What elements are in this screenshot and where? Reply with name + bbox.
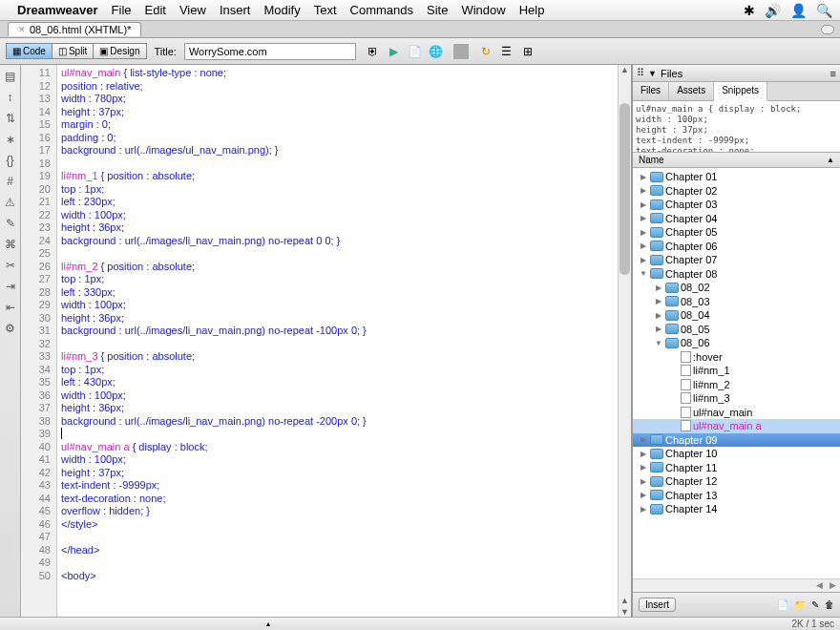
- disclosure-icon[interactable]: ▶: [654, 297, 663, 305]
- panel-menu-icon[interactable]: ≡: [830, 68, 836, 79]
- tree-header[interactable]: Name ▲: [633, 153, 840, 168]
- insert-button[interactable]: Insert: [639, 598, 676, 612]
- document-tab[interactable]: ✕ 08_06.html (XHTML)*: [8, 22, 141, 36]
- delete-snippet-icon[interactable]: 🗑: [825, 599, 834, 610]
- tree-folder-chapter-10[interactable]: ▶ Chapter 10: [633, 447, 840, 461]
- tab-overflow-icon[interactable]: [821, 25, 834, 34]
- format-code-icon[interactable]: ⚙: [3, 321, 18, 336]
- outdent-icon[interactable]: ⇤: [3, 300, 18, 315]
- menu-file[interactable]: File: [112, 3, 132, 17]
- tree-folder-08_04[interactable]: ▶ 08_04: [633, 308, 840, 323]
- scrollbar-thumb[interactable]: [620, 103, 630, 275]
- recent-snippets-icon[interactable]: ✂: [3, 258, 18, 273]
- snippet-tree[interactable]: ▶ Chapter 01▶ Chapter 02▶ Chapter 03▶ Ch…: [633, 168, 840, 578]
- tab-snippets[interactable]: Snippets: [714, 82, 767, 101]
- panel-horizontal-scrollbar[interactable]: ◀ ▶: [633, 578, 840, 592]
- disclosure-icon[interactable]: ▶: [639, 435, 648, 444]
- disclosure-icon[interactable]: ▶: [639, 200, 648, 209]
- tree-folder-08_03[interactable]: ▶ 08_03: [633, 295, 840, 309]
- disclosure-icon[interactable]: ▶: [639, 491, 648, 499]
- scroll-up-icon[interactable]: ▲: [619, 65, 631, 74]
- app-name[interactable]: Dreamweaver: [17, 3, 98, 17]
- scroll-down-icon[interactable]: ▲: [619, 596, 631, 605]
- menu-commands[interactable]: Commands: [350, 3, 413, 17]
- disclosure-icon[interactable]: ▶: [639, 214, 648, 222]
- tree-file-li-nm_1[interactable]: li#nm_1: [633, 364, 840, 378]
- browser-check-icon[interactable]: ⛨: [366, 44, 381, 59]
- tree-folder-chapter-12[interactable]: ▶ Chapter 12: [633, 474, 840, 489]
- tree-folder-chapter-05[interactable]: ▶ Chapter 05: [633, 225, 840, 240]
- volume-icon[interactable]: 🔊: [765, 3, 781, 18]
- disclosure-icon[interactable]: ▶: [654, 325, 663, 333]
- expand-icon[interactable]: ⇅: [3, 111, 18, 126]
- code-editor[interactable]: 1112131415161718192021222324252627282930…: [21, 65, 632, 617]
- close-tab-icon[interactable]: ✕: [18, 25, 26, 34]
- balance-braces-icon[interactable]: {}: [3, 153, 18, 168]
- panel-grip-icon[interactable]: ⠿: [637, 67, 644, 79]
- disclosure-icon[interactable]: ▶: [639, 477, 648, 486]
- scroll-down2-icon[interactable]: ▼: [619, 607, 631, 617]
- disclosure-icon[interactable]: ▶: [639, 242, 648, 250]
- tree-folder-chapter-08[interactable]: ▼ Chapter 08: [633, 267, 840, 282]
- tree-file-ul-nav_main-a[interactable]: ul#nav_main a: [633, 419, 840, 433]
- edit-snippet-icon[interactable]: ✎: [811, 599, 819, 610]
- tree-folder-chapter-14[interactable]: ▶ Chapter 14: [633, 502, 840, 516]
- disclosure-icon[interactable]: ▼: [639, 269, 648, 278]
- code-view-button[interactable]: ▦Code: [6, 43, 52, 59]
- disclosure-icon[interactable]: ▶: [639, 186, 648, 195]
- preview-icon[interactable]: 🌐: [429, 44, 444, 59]
- menu-text[interactable]: Text: [314, 3, 337, 17]
- tree-folder-chapter-03[interactable]: ▶ Chapter 03: [633, 198, 840, 212]
- disclosure-icon[interactable]: ▶: [654, 284, 663, 292]
- indent-icon[interactable]: ⇥: [3, 279, 18, 294]
- tree-folder-chapter-07[interactable]: ▶ Chapter 07: [633, 253, 840, 267]
- tree-folder-chapter-01[interactable]: ▶ Chapter 01: [633, 170, 840, 184]
- tree-folder-chapter-09[interactable]: ▶ Chapter 09: [633, 433, 840, 448]
- tree-folder-08_05[interactable]: ▶ 08_05: [633, 323, 840, 337]
- name-column-header[interactable]: Name: [639, 155, 664, 165]
- view-options-icon[interactable]: ☰: [499, 44, 514, 59]
- menu-edit[interactable]: Edit: [145, 3, 166, 17]
- line-numbers-icon[interactable]: #: [3, 174, 18, 189]
- tree-folder-chapter-02[interactable]: ▶ Chapter 02: [633, 184, 840, 199]
- page-title-input[interactable]: [184, 43, 356, 60]
- tree-folder-chapter-11[interactable]: ▶ Chapter 11: [633, 461, 840, 475]
- menu-insert[interactable]: Insert: [220, 3, 251, 17]
- disclosure-icon[interactable]: ▶: [639, 463, 648, 472]
- sort-arrow-icon[interactable]: ▲: [827, 156, 834, 164]
- split-view-button[interactable]: ◫Split: [52, 43, 94, 59]
- user-icon[interactable]: 👤: [790, 3, 807, 18]
- tree-folder-chapter-13[interactable]: ▶ Chapter 13: [633, 489, 840, 503]
- tab-assets[interactable]: Assets: [669, 82, 714, 100]
- bluetooth-icon[interactable]: ✱: [744, 3, 755, 18]
- select-parent-icon[interactable]: ∗: [3, 132, 18, 147]
- highlight-invalid-icon[interactable]: ⚠: [3, 195, 18, 210]
- tree-folder-chapter-04[interactable]: ▶ Chapter 04: [633, 212, 840, 226]
- validate-icon[interactable]: ▶: [387, 44, 402, 59]
- disclosure-icon[interactable]: ▶: [639, 173, 648, 181]
- tree-file-li-nm_3[interactable]: li#nm_3: [633, 391, 840, 406]
- code-text[interactable]: ul#nav_main { list-style-type : none; po…: [57, 65, 618, 617]
- visual-aids-icon[interactable]: ⊞: [520, 44, 536, 59]
- panel-title-bar[interactable]: ⠿ ▼ Files ≡: [633, 65, 840, 82]
- vertical-scrollbar[interactable]: ▲ ▲ ▼: [618, 65, 631, 617]
- new-snippet-icon[interactable]: 📄: [777, 599, 788, 610]
- menu-site[interactable]: Site: [427, 3, 448, 17]
- refresh-icon[interactable]: ↻: [478, 44, 494, 59]
- file-mgmt-icon[interactable]: 📄: [408, 44, 423, 59]
- menu-window[interactable]: Window: [461, 3, 505, 17]
- open-docs-icon[interactable]: ▤: [3, 69, 18, 84]
- tree-folder-chapter-06[interactable]: ▶ Chapter 06: [633, 240, 840, 254]
- tree-file--hover[interactable]: :hover: [633, 350, 840, 365]
- disclosure-icon[interactable]: ▶: [639, 256, 648, 264]
- apply-comment-icon[interactable]: ✎: [3, 216, 18, 231]
- disclosure-icon[interactable]: ▶: [639, 450, 648, 458]
- tab-files[interactable]: Files: [633, 82, 669, 100]
- disclosure-icon[interactable]: ▼: [654, 339, 663, 347]
- panel-collapse-icon[interactable]: ▼: [648, 69, 657, 78]
- spotlight-icon[interactable]: 🔍: [816, 3, 832, 18]
- disclosure-icon[interactable]: ▶: [654, 311, 663, 320]
- disclosure-icon[interactable]: ▶: [639, 228, 648, 237]
- menu-modify[interactable]: Modify: [263, 3, 300, 17]
- tree-file-li-nm_2[interactable]: li#nm_2: [633, 378, 840, 392]
